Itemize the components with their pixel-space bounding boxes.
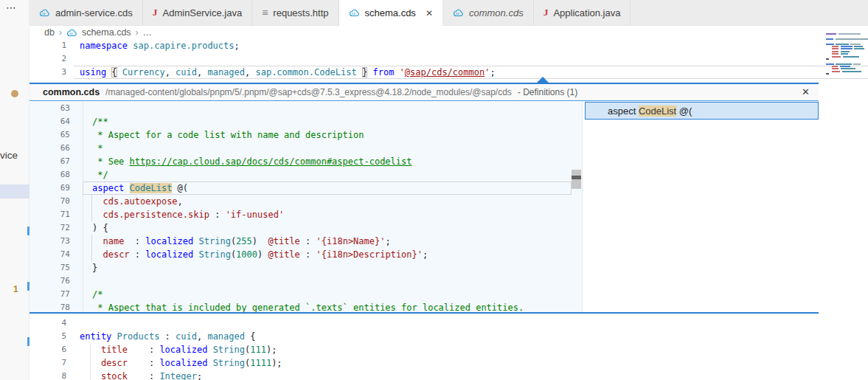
code-token: String bbox=[213, 358, 245, 368]
code-text: /* bbox=[92, 288, 103, 301]
reference-list-item-selected[interactable]: aspect CodeList @( bbox=[585, 102, 819, 120]
code-token: namespace bbox=[80, 41, 133, 51]
breadcrumb-item-file[interactable]: schema.cds bbox=[82, 27, 131, 38]
code-token: /* bbox=[92, 289, 103, 300]
line-number: 1 bbox=[29, 39, 66, 52]
peek-close-icon[interactable]: ✕ bbox=[802, 86, 810, 97]
code-text: title : localized String(111); bbox=[80, 343, 277, 356]
code-text: /** bbox=[92, 115, 108, 128]
code-token: localized bbox=[145, 249, 198, 260]
code-token: aspect bbox=[608, 106, 639, 117]
code-token: name bbox=[103, 236, 124, 246]
line-number: 74 bbox=[29, 248, 70, 261]
line-number: 67 bbox=[29, 155, 70, 168]
code-line-78: 78 * Aspect that is included by generate… bbox=[29, 301, 582, 312]
tab-requests-http[interactable]: ≡requests.http bbox=[252, 0, 338, 25]
code-token bbox=[92, 196, 103, 207]
code-token bbox=[357, 67, 362, 77]
code-line-76: 76 bbox=[29, 274, 582, 288]
chevron-right-icon: › bbox=[136, 27, 139, 38]
code-token bbox=[80, 345, 101, 355]
cds-icon bbox=[349, 7, 360, 18]
code-token: : bbox=[128, 371, 159, 380]
peek-header: common.cds /managed-content/globals/pnpm… bbox=[29, 84, 819, 101]
code-token: /** bbox=[92, 117, 108, 127]
code-token: 'if-unused' bbox=[226, 210, 284, 220]
tab-close-icon[interactable]: ✕ bbox=[426, 8, 433, 18]
code-token: } bbox=[92, 263, 97, 273]
code-line-63: 63 bbox=[29, 102, 582, 115]
left-editor-selection-highlight bbox=[0, 184, 29, 198]
code-token: { bbox=[245, 331, 255, 342]
code-line-69: 69aspect CodeList @( bbox=[29, 182, 582, 195]
code-line-4: 4 bbox=[29, 317, 868, 330]
peek-body: 6364/**65 * Aspect for a code list with … bbox=[29, 102, 819, 312]
code-token: title bbox=[101, 345, 128, 355]
code-token bbox=[92, 236, 103, 246]
code-link[interactable]: @sap/cds/common bbox=[405, 67, 485, 77]
editor-code-bottom[interactable]: 45entity Products : cuid, managed {6 tit… bbox=[29, 317, 868, 380]
java-icon: J bbox=[544, 7, 549, 18]
code-token bbox=[92, 249, 103, 260]
line-number: 2 bbox=[29, 52, 66, 66]
code-line-3: 3using { Currency, cuid, managed, sap.co… bbox=[29, 66, 868, 79]
code-token: : bbox=[159, 331, 176, 342]
code-text: * bbox=[92, 142, 103, 155]
code-token: 1000 bbox=[236, 249, 257, 260]
chevron-right-icon: › bbox=[59, 27, 62, 38]
line-number: 70 bbox=[29, 195, 70, 208]
cds-icon bbox=[39, 7, 50, 18]
code-token: Integer bbox=[159, 371, 197, 380]
code-token bbox=[80, 371, 101, 380]
editor-group: admin-service.cdsJAdminService.java≡requ… bbox=[29, 0, 868, 380]
code-token: ) { bbox=[92, 223, 108, 233]
tab-label: common.cds bbox=[469, 7, 524, 18]
line-number: 77 bbox=[29, 288, 70, 301]
line-number: 72 bbox=[29, 221, 70, 235]
code-token bbox=[117, 67, 122, 77]
code-token: cuid bbox=[176, 67, 197, 77]
code-token: ' bbox=[400, 67, 405, 77]
tab-adminservice-java[interactable]: JAdminService.java bbox=[143, 0, 252, 25]
scrollbar-reference-marker bbox=[572, 176, 581, 179]
code-token: ); bbox=[271, 358, 282, 368]
tab-admin-service-cds[interactable]: admin-service.cds bbox=[29, 0, 143, 25]
code-token: Products bbox=[117, 331, 160, 342]
code-token: : bbox=[128, 345, 159, 355]
code-token: : bbox=[130, 249, 146, 260]
code-text: entity Products : cuid, managed { bbox=[80, 330, 255, 343]
code-token: CodeList bbox=[130, 183, 173, 193]
code-token: @title bbox=[268, 236, 299, 246]
code-link[interactable]: https://cap.cloud.sap/docs/cds/common#as… bbox=[130, 156, 412, 167]
tab-common-cds[interactable]: common.cds bbox=[443, 0, 534, 25]
code-text: descr : localized String(1000) @title : … bbox=[92, 248, 428, 261]
code-line-74: 74 descr : localized String(1000) @title… bbox=[29, 248, 582, 261]
editor-code-top[interactable]: 1namespace sap.capire.products;23using {… bbox=[29, 39, 868, 79]
breadcrumb-item-db[interactable]: db bbox=[44, 27, 55, 38]
code-token: descr bbox=[101, 358, 128, 368]
code-text: stock : Integer; bbox=[80, 370, 202, 380]
breadcrumb-item-symbol[interactable]: … bbox=[143, 27, 153, 38]
code-token: , bbox=[178, 196, 183, 207]
cds-icon bbox=[453, 7, 464, 18]
code-token: cds.autoexpose bbox=[103, 196, 177, 207]
code-token: String bbox=[199, 249, 231, 260]
code-token: ; bbox=[235, 41, 240, 51]
peek-code-editor[interactable]: 6364/**65 * Aspect for a code list with … bbox=[29, 102, 583, 312]
left-editor-group-partial[interactable]: ⋯ vice 1 bbox=[0, 0, 29, 380]
editor-overflow-icon[interactable]: ⋯ bbox=[6, 1, 17, 13]
tab-label: requests.http bbox=[273, 7, 328, 18]
peek-file-title: common.cds bbox=[43, 87, 100, 97]
code-token: { bbox=[111, 67, 117, 77]
code-line-5: 5entity Products : cuid, managed { bbox=[29, 330, 868, 343]
tab-schema-cds[interactable]: schema.cds✕ bbox=[339, 0, 443, 26]
peek-scrollbar[interactable] bbox=[572, 170, 581, 189]
tab-application-java[interactable]: JApplication.java bbox=[534, 0, 631, 25]
left-editor-lens-count[interactable]: 1 bbox=[13, 284, 18, 294]
minimap[interactable] bbox=[826, 33, 868, 82]
line-number: 76 bbox=[29, 274, 70, 288]
code-text: cds.persistence.skip : 'if-unused' bbox=[92, 208, 284, 221]
code-token: ) bbox=[257, 249, 268, 260]
code-token: entity bbox=[80, 331, 117, 342]
code-token: managed bbox=[207, 67, 245, 77]
